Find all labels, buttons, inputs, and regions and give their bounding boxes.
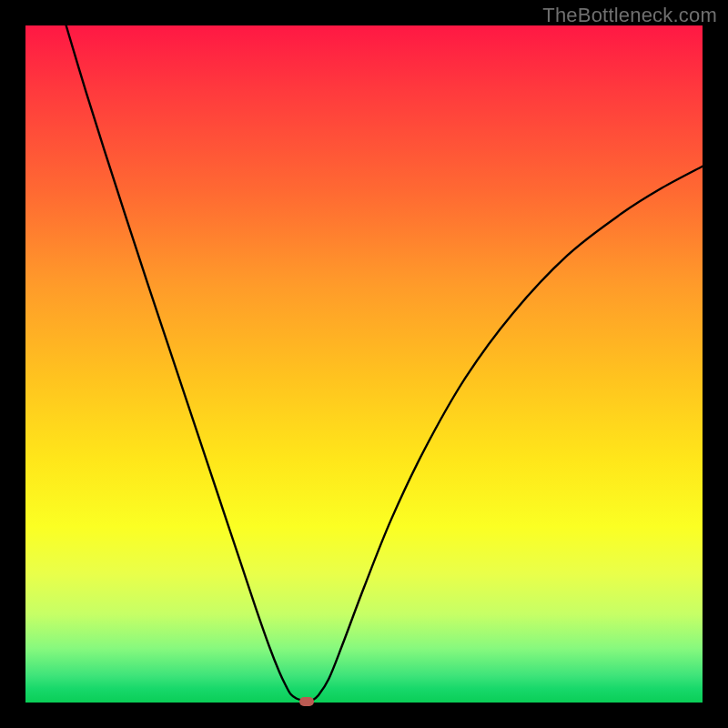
plot-area xyxy=(25,25,703,703)
bottleneck-curve xyxy=(25,25,703,703)
chart-frame: TheBottleneck.com xyxy=(0,0,728,728)
watermark-text: TheBottleneck.com xyxy=(542,4,717,27)
optimum-marker xyxy=(299,697,314,706)
